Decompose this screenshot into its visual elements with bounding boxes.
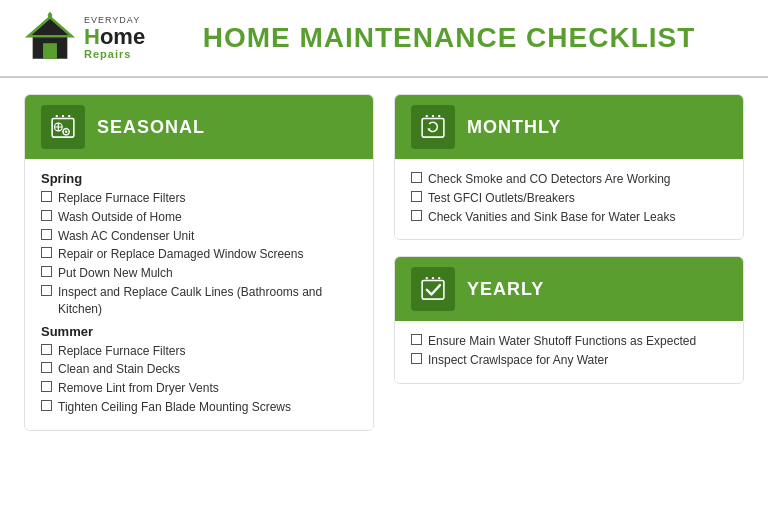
list-item: Tighten Ceiling Fan Blade Mounting Screw… [41,399,357,416]
checkbox[interactable] [41,229,52,240]
checkbox[interactable] [411,210,422,221]
list-item: Wash Outside of Home [41,209,357,226]
right-column: MONTHLY Check Smoke and CO Detectors Are… [394,94,744,494]
monthly-card: MONTHLY Check Smoke and CO Detectors Are… [394,94,744,240]
list-item: Remove Lint from Dryer Vents [41,380,357,397]
seasonal-card: SEASONAL Spring Replace Furnace Filters … [24,94,374,431]
list-item: Clean and Stain Decks [41,361,357,378]
svg-point-3 [56,115,58,117]
checkbox[interactable] [41,344,52,355]
list-item: Inspect Crawlspace for Any Water [411,352,727,369]
svg-rect-24 [422,281,444,300]
checkbox[interactable] [41,400,52,411]
seasonal-body: Spring Replace Furnace Filters Wash Outs… [25,159,373,430]
svg-point-22 [432,277,434,279]
list-item: Replace Furnace Filters [41,343,357,360]
seasonal-column: SEASONAL Spring Replace Furnace Filters … [24,94,374,494]
checkbox[interactable] [41,191,52,202]
list-item: Check Vanities and Sink Base for Water L… [411,209,727,226]
logo-repairs-text: Repairs [84,48,145,60]
logo-icon [24,12,76,64]
seasonal-icon-svg [49,113,77,141]
checkbox[interactable] [41,210,52,221]
logo-home-text: Home [84,26,145,48]
svg-point-11 [65,131,67,133]
monthly-icon-svg [419,113,447,141]
logo-area: EVERYDAY Home Repairs [24,12,154,64]
list-item: Check Smoke and CO Detectors Are Working [411,171,727,188]
seasonal-title: SEASONAL [97,117,205,138]
checkbox[interactable] [411,334,422,345]
list-item: Repair or Replace Damaged Window Screens [41,246,357,263]
main-content: SEASONAL Spring Replace Furnace Filters … [0,78,768,510]
yearly-card: YEARLY Ensure Main Water Shutoff Functio… [394,256,744,384]
monthly-header: MONTHLY [395,95,743,159]
yearly-header: YEARLY [395,257,743,321]
svg-rect-6 [52,118,74,137]
svg-point-16 [426,115,428,117]
checkbox[interactable] [41,381,52,392]
svg-point-5 [68,115,70,117]
svg-point-21 [426,277,428,279]
page-header: EVERYDAY Home Repairs HOME MAINTENANCE C… [0,0,768,78]
monthly-icon [411,105,455,149]
checkbox[interactable] [41,285,52,296]
yearly-body: Ensure Main Water Shutoff Functions as E… [395,321,743,383]
seasonal-header: SEASONAL [25,95,373,159]
svg-rect-2 [43,43,57,59]
monthly-title: MONTHLY [467,117,561,138]
yearly-icon-svg [419,275,447,303]
checkbox[interactable] [41,247,52,258]
list-item: Test GFCI Outlets/Breakers [411,190,727,207]
list-item: Replace Furnace Filters [41,190,357,207]
checkbox[interactable] [41,266,52,277]
page-title: HOME MAINTENANCE CHECKLIST [154,22,744,54]
yearly-title: YEARLY [467,279,544,300]
list-item: Put Down New Mulch [41,265,357,282]
checkbox[interactable] [41,362,52,373]
svg-rect-19 [422,118,444,137]
svg-point-18 [438,115,440,117]
list-item: Wash AC Condenser Unit [41,228,357,245]
logo-text: EVERYDAY Home Repairs [84,16,145,60]
checkbox[interactable] [411,172,422,183]
svg-point-17 [432,115,434,117]
svg-point-4 [62,115,64,117]
yearly-icon [411,267,455,311]
monthly-body: Check Smoke and CO Detectors Are Working… [395,159,743,239]
checkbox[interactable] [411,353,422,364]
seasonal-icon [41,105,85,149]
svg-point-23 [438,277,440,279]
spring-label: Spring [41,171,357,186]
list-item: Ensure Main Water Shutoff Functions as E… [411,333,727,350]
checkbox[interactable] [411,191,422,202]
summer-label: Summer [41,324,357,339]
list-item: Inspect and Replace Caulk Lines (Bathroo… [41,284,357,318]
